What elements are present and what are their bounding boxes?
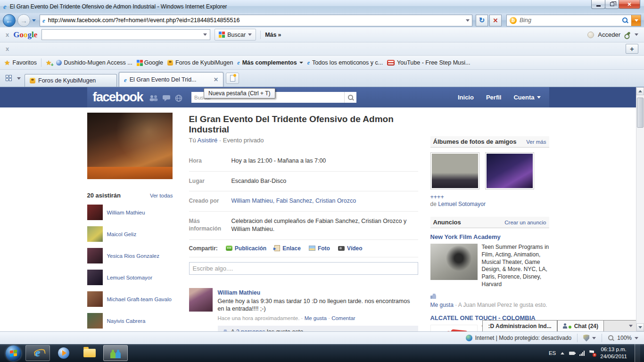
scroll-up-button[interactable] bbox=[636, 87, 644, 95]
clock[interactable]: 06:13 p.m. 24/06/2011 bbox=[600, 346, 627, 360]
list-item[interactable]: Maicol Geliz bbox=[87, 226, 180, 242]
album-title-link[interactable]: ++++ bbox=[430, 194, 444, 200]
favorite-link-complementos[interactable]: e Más complementos bbox=[237, 59, 303, 66]
window-controls: ✕ bbox=[592, 0, 640, 9]
share-enlace[interactable]: Enlace bbox=[274, 245, 301, 252]
favorite-link-dushido[interactable]: Dushido-Mugen Access ... bbox=[56, 59, 132, 66]
chevron-down-icon[interactable] bbox=[635, 33, 638, 36]
tab-close-icon[interactable]: ✕ bbox=[214, 76, 218, 83]
url-text[interactable]: http://www.facebook.com/?ref=home#!/even… bbox=[48, 17, 463, 24]
tab-list-dropdown[interactable] bbox=[15, 77, 23, 80]
see-all-link[interactable]: Ver todas bbox=[150, 193, 173, 198]
taskbar-explorer[interactable] bbox=[77, 345, 102, 361]
google-more-button[interactable]: Más» bbox=[265, 32, 281, 38]
toolbar-close-button[interactable]: x bbox=[6, 31, 9, 38]
album-thumbnail[interactable] bbox=[430, 152, 479, 189]
stop-button[interactable]: ✕ bbox=[489, 15, 502, 26]
taskbar-messenger[interactable] bbox=[103, 345, 128, 361]
see-more-link[interactable]: Ver más bbox=[526, 139, 546, 145]
back-button[interactable]: ← bbox=[3, 14, 16, 27]
battery-icon[interactable] bbox=[569, 352, 575, 355]
post-author-link[interactable]: William Mathieu bbox=[218, 289, 261, 296]
start-button[interactable] bbox=[6, 346, 21, 361]
nav-inicio[interactable]: Inicio bbox=[458, 94, 474, 101]
status-text: Internet | Modo protegido: desactivado bbox=[475, 335, 572, 341]
favorites-menu-button[interactable]: ★ Favoritos bbox=[4, 59, 37, 66]
friend-requests-icon[interactable] bbox=[149, 95, 158, 101]
share-foto[interactable]: Foto bbox=[309, 245, 330, 252]
ad-title-link[interactable]: New York Film Academy bbox=[430, 233, 549, 240]
wrench-settings-icon[interactable] bbox=[624, 32, 630, 38]
google-search-input[interactable] bbox=[41, 29, 210, 40]
list-item[interactable]: Michael Graft-team Gavalo bbox=[87, 291, 180, 307]
scrollbar-thumb[interactable] bbox=[637, 98, 644, 128]
chat-options-strip[interactable] bbox=[604, 320, 636, 331]
search-button[interactable] bbox=[344, 92, 356, 103]
favorite-link-youtube[interactable]: YouTube - Free Step Musi... bbox=[387, 59, 470, 66]
avatar[interactable] bbox=[189, 288, 213, 312]
chevron-down-icon[interactable] bbox=[203, 33, 207, 36]
composer-input[interactable] bbox=[189, 262, 418, 275]
attendees-list: William Mathieu Maicol Geliz Yesica Rios… bbox=[87, 205, 180, 331]
favorite-link-emoticonos[interactable]: e Todos los emoticonos y c... bbox=[307, 59, 383, 66]
tab-evento-active[interactable]: e El Gran Evento Del Trid... ✕ bbox=[119, 72, 223, 87]
minimize-button[interactable] bbox=[591, 0, 605, 9]
album-thumbnail[interactable] bbox=[485, 152, 534, 189]
notifications-globe-icon[interactable] bbox=[175, 95, 182, 102]
sign-in-link[interactable]: Acceder bbox=[598, 31, 620, 38]
address-bar[interactable]: e http://www.facebook.com/?ref=home#!/ev… bbox=[40, 15, 472, 26]
create-ad-link[interactable]: Crear un anuncio bbox=[504, 220, 546, 225]
nav-cuenta[interactable]: Cuenta bbox=[513, 94, 540, 101]
like-link[interactable]: Me gusta bbox=[305, 315, 327, 321]
zoom-control[interactable]: 100% bbox=[608, 335, 638, 341]
google-search-button[interactable]: Buscar bbox=[215, 29, 256, 41]
list-item[interactable]: Yesica Rios Gonzalez bbox=[87, 248, 180, 263]
taskbar-media-player[interactable] bbox=[51, 345, 76, 361]
toolbar-close-button[interactable]: x bbox=[6, 45, 9, 52]
list-item[interactable]: William Mathieu bbox=[87, 205, 180, 220]
chat-toggle-tab[interactable]: Chat (24) bbox=[557, 320, 604, 331]
chat-conversation-tab[interactable]: :D Administracion Ind... bbox=[482, 320, 557, 331]
list-item[interactable]: Nayivis Cabrera bbox=[87, 313, 180, 329]
address-dropdown[interactable] bbox=[466, 19, 470, 22]
album-owner-link[interactable]: Lemuel Sotomayor bbox=[438, 201, 486, 207]
signal-icon[interactable] bbox=[579, 351, 585, 356]
refresh-button[interactable]: ↻ bbox=[476, 15, 488, 26]
network-error-icon[interactable] bbox=[589, 350, 595, 356]
favorite-link-foros[interactable]: Foros de KyubiMugen bbox=[167, 59, 233, 66]
comment-link[interactable]: Comentar bbox=[331, 315, 355, 321]
recent-pages-dropdown[interactable] bbox=[32, 19, 36, 22]
ad-image[interactable] bbox=[430, 244, 478, 280]
ie-page-icon: e bbox=[124, 77, 127, 83]
taskbar-internet-explorer[interactable]: e bbox=[25, 345, 50, 361]
list-item[interactable]: Lemuel Sotomayor bbox=[87, 270, 180, 285]
show-hidden-icons-button[interactable] bbox=[561, 352, 564, 354]
creator-links[interactable]: William Mathieu, Fabi Sanchez, Cristian … bbox=[231, 197, 418, 206]
ad-like-link[interactable]: Me gusta bbox=[430, 302, 454, 308]
rsvp-link[interactable]: Asistiré bbox=[198, 137, 218, 144]
vertical-scrollbar[interactable] bbox=[636, 87, 644, 331]
scroll-down-button[interactable] bbox=[636, 323, 644, 331]
search-icon[interactable] bbox=[622, 17, 628, 24]
close-button[interactable]: ✕ bbox=[619, 0, 640, 9]
forward-button[interactable]: → bbox=[17, 14, 30, 27]
restore-button[interactable] bbox=[605, 0, 619, 9]
show-desktop-button[interactable] bbox=[635, 344, 640, 362]
messages-icon[interactable] bbox=[163, 95, 171, 101]
language-indicator[interactable]: ES bbox=[549, 350, 556, 356]
favorite-link-google[interactable]: Google bbox=[137, 59, 163, 66]
share-video[interactable]: Vídeo bbox=[338, 245, 363, 252]
bing-search-box[interactable]: b Bing bbox=[506, 15, 641, 26]
search-options-dropdown[interactable] bbox=[631, 15, 641, 26]
nav-perfil[interactable]: Perfil bbox=[486, 94, 502, 101]
add-toolbar-button[interactable]: + bbox=[626, 44, 638, 54]
ad-image[interactable] bbox=[430, 325, 478, 331]
quick-tabs-button[interactable] bbox=[3, 73, 15, 84]
share-publicacion[interactable]: Publicación bbox=[226, 245, 266, 252]
new-tab-button[interactable] bbox=[226, 73, 239, 84]
event-photo[interactable] bbox=[87, 113, 173, 179]
facebook-logo[interactable]: facebook bbox=[93, 90, 143, 105]
add-favorite-button[interactable]: ★+ bbox=[46, 59, 52, 66]
tab-foros[interactable]: Foros de KyubiMugen bbox=[25, 74, 117, 87]
protected-mode-control[interactable] bbox=[583, 335, 596, 342]
